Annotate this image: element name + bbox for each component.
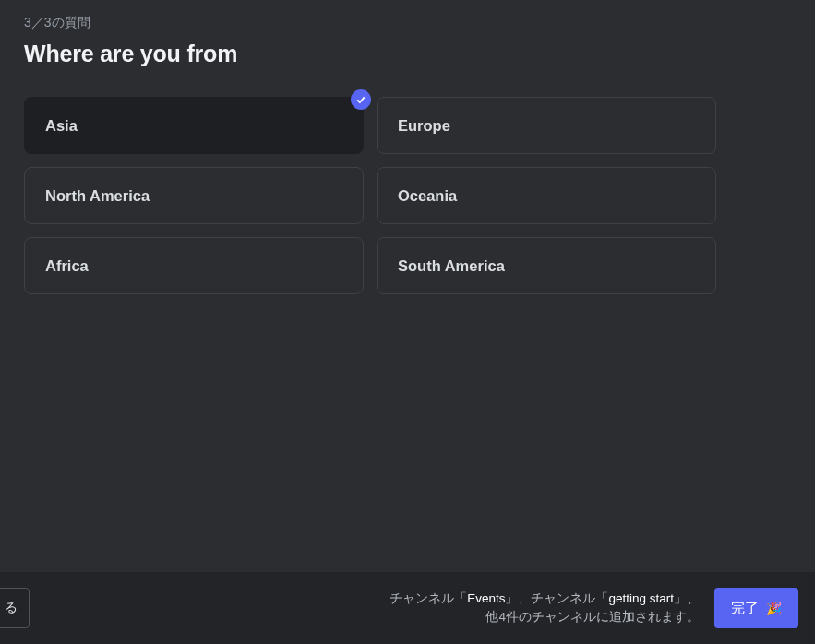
complete-button-label: 完了 [731, 600, 759, 617]
footer-info-text: チャンネル「Events」、チャンネル「getting start」、 他4件の… [30, 590, 714, 626]
main-content: 3／3の質問 Where are you from Asia Europe No… [0, 0, 815, 294]
party-icon: 🎉 [766, 601, 782, 615]
option-label: South America [398, 257, 505, 275]
channel-name-2: getting start [608, 591, 674, 605]
option-south-america[interactable]: South America [377, 237, 716, 294]
option-oceania[interactable]: Oceania [377, 167, 716, 224]
option-label: Europe [398, 117, 450, 135]
complete-button[interactable]: 完了 🎉 [714, 588, 798, 628]
option-label: Oceania [398, 187, 457, 205]
options-grid: Asia Europe North America Oceania Africa… [24, 97, 716, 294]
option-label: Africa [45, 257, 89, 275]
progress-indicator: 3／3の質問 [24, 15, 791, 31]
option-asia[interactable]: Asia [24, 97, 364, 154]
option-europe[interactable]: Europe [377, 97, 716, 154]
option-africa[interactable]: Africa [24, 237, 364, 294]
question-title: Where are you from [24, 41, 791, 67]
option-label: North America [45, 187, 150, 205]
option-north-america[interactable]: North America [24, 167, 364, 224]
check-icon [351, 89, 371, 110]
channel-name-1: Events [467, 591, 505, 605]
option-label: Asia [45, 117, 78, 135]
back-button[interactable]: る [0, 588, 30, 628]
footer: る チャンネル「Events」、チャンネル「getting start」、 他4… [0, 572, 815, 644]
